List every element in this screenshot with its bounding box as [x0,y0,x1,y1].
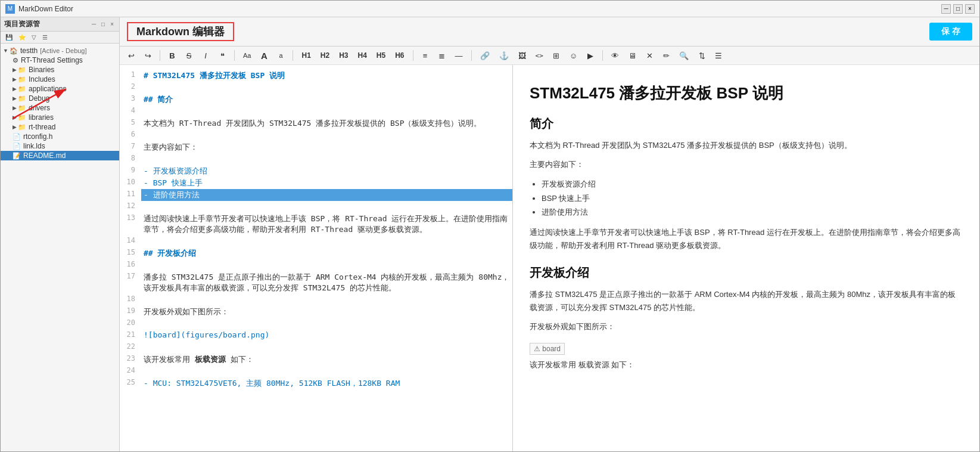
toolbar-pen-btn[interactable]: ✏ [659,49,673,62]
line-content-3: ## 简介 [141,94,512,106]
editor-line-17: 17 潘多拉 STM32L475 是正点原子推出的一款基于 ARM Cortex… [120,271,512,294]
editor-title-box: Markdown 编辑器 [127,22,234,41]
toolbar-h2-btn[interactable]: H2 [318,49,332,62]
preview-li-1: 开发板资源介绍 [542,177,963,191]
toolbar-quote-btn[interactable]: ❝ [216,49,229,62]
toolbar-strikethrough-btn[interactable]: S [182,49,195,62]
line-number-17: 17 [120,271,141,280]
window-title: MarkDown Editor [18,5,73,13]
line-content-13: 通过阅读快速上手章节开发者可以快速地上手该 BSP，将 RT-Thread 运行… [141,213,512,236]
sidebar-label-includes: Includes [29,75,55,83]
toolbar-redo-btn[interactable]: ↪ [141,49,154,62]
rt-thread-folder-icon: 📁 [18,123,26,131]
sidebar-item-rt-thread-settings[interactable]: ⚙ RT-Thread Settings [1,55,119,65]
sidebar-item-debug[interactable]: ▶ 📁 Debug [1,94,119,103]
sidebar-label-rtconfig: rtconfig.h [23,132,52,141]
toolbar-search-btn[interactable]: 🔍 [676,49,692,62]
editor-pane[interactable]: 1 # STM32L475 潘多拉开发板 BSP 说明 2 3 ## 简介 [120,65,513,451]
sidebar-close-btn[interactable]: × [108,20,116,28]
toolbar-font-size-btn[interactable]: Aa [240,49,254,62]
toolbar-table-btn[interactable]: ⊞ [550,49,563,62]
toolbar-ol-btn[interactable]: ≣ [435,49,449,62]
sidebar-toolbar-btn-3[interactable]: ▽ [29,33,39,42]
maximize-button[interactable]: □ [953,4,963,14]
sidebar-item-link-lds[interactable]: 📄 link.lds [1,141,119,151]
preview-board-image: ⚠ board [530,343,565,355]
toolbar-h1-btn[interactable]: H1 [298,49,313,62]
save-button[interactable]: 保 存 [929,23,972,41]
close-button[interactable]: × [965,4,975,14]
line-content-21: ![board](figures/board.png) [141,330,512,340]
toolbar-close-pane-btn[interactable]: ✕ [643,49,656,62]
toolbar-emoji-btn[interactable]: ☺ [567,49,580,62]
sidebar-header: 项目资源管 ─ □ × [1,17,119,32]
sidebar-toolbar-btn-4[interactable]: ☰ [40,33,50,42]
toolbar-h4-btn[interactable]: H4 [355,49,370,62]
toolbar-bold-btn[interactable]: B [166,49,179,62]
sidebar-item-rt-thread[interactable]: ▶ 📁 rt-thread [1,122,119,132]
binaries-folder-icon: 📁 [18,66,26,74]
titlebar-controls: ─ □ × [941,4,975,14]
toolbar-preview-btn[interactable]: 👁 [608,49,622,62]
line-number-21: 21 [120,330,141,339]
line-number-23: 23 [120,354,141,363]
toolbar-diff-btn[interactable]: ⇅ [695,49,708,62]
sidebar-item-rtconfig[interactable]: 📄 rtconfig.h [1,132,119,141]
toolbar-ul-btn[interactable]: ≡ [419,49,432,62]
toolbar-image-btn[interactable]: 🖼 [515,49,529,62]
sidebar-item-includes[interactable]: ▶ 📁 Includes [1,75,119,84]
line-content-19: 开发板外观如下图所示： [141,306,512,318]
minimize-button[interactable]: ─ [941,4,951,14]
line-number-7: 7 [120,141,141,150]
toolbar-font-large-btn[interactable]: A [257,49,270,62]
toolbar-settings-btn[interactable]: ☰ [712,49,725,62]
editor-line-19: 19 开发板外观如下图所示： [120,306,512,318]
main-window: M MarkDown Editor ─ □ × 项目资源管 ─ □ × 💾 ⭐ [0,0,980,452]
sidebar-tree: ▼ 🏠 testth [Active - Debug] ⚙ RT-Thread … [1,44,119,451]
toolbar-font-small-btn[interactable]: a [274,49,287,62]
line-content-11: - 进阶使用方法 [141,189,512,201]
toolbar-h6-btn[interactable]: H6 [392,49,407,62]
sidebar-item-libraries[interactable]: ▶ 📁 libraries [1,113,119,122]
line-content-16 [141,259,512,261]
line-number-8: 8 [120,153,141,162]
sidebar-minimize-btn[interactable]: ─ [90,20,98,28]
editor-line-18: 18 [120,294,512,306]
line-number-16: 16 [120,259,141,268]
sidebar-item-applications[interactable]: ▶ 📁 applications [1,84,119,94]
toolbar-link-btn[interactable]: 🔗 [477,49,493,62]
toolbar-anchor-btn[interactable]: ⚓ [496,49,512,62]
sidebar-toolbar-btn-1[interactable]: 💾 [3,33,15,42]
preview-p-intro: 本文档为 RT-Thread 开发团队为 STM32L475 潘多拉开发板提供的… [530,139,963,152]
sidebar-item-binaries[interactable]: ▶ 📁 Binaries [1,65,119,75]
line-content-24 [141,366,512,367]
toolbar-sep-3 [293,50,293,61]
toolbar-italic-btn[interactable]: I [199,49,212,62]
toolbar-undo-btn[interactable]: ↩ [125,49,138,62]
toolbar-h3-btn[interactable]: H3 [336,49,351,62]
line-number-6: 6 [120,129,141,138]
editor-line-15: 15 ## 开发板介绍 [120,247,512,259]
preview-p-board-intro: 潘多拉 STM32L475 是正点原子推出的一款基于 ARM Cortex-M4… [530,288,963,314]
sidebar-item-readme-md[interactable]: 📝 README.md [1,151,119,160]
line-number-24: 24 [120,366,141,374]
toolbar-hr-btn[interactable]: — [452,49,466,62]
sidebar-item-project[interactable]: ▼ 🏠 testth [Active - Debug] [1,46,119,55]
toolbar-video-btn[interactable]: ▶ [584,49,597,62]
editor-line-3: 3 ## 简介 [120,94,512,106]
tree-arrow-applications: ▶ [13,86,17,92]
toolbar-monitor-btn[interactable]: 🖥 [626,49,639,62]
toolbar-h5-btn[interactable]: H5 [374,49,388,62]
editor-content[interactable]: 1 # STM32L475 潘多拉开发板 BSP 说明 2 3 ## 简介 [120,65,512,451]
editor-line-8: 8 [120,153,512,165]
sidebar-expand-btn[interactable]: □ [99,20,107,28]
toolbar-code-btn[interactable]: <> [533,49,546,62]
sidebar-item-drivers[interactable]: ▶ 📁 drivers [1,103,119,113]
editor-title: Markdown 编辑器 [136,26,225,38]
toolbar-sep-1 [160,50,160,61]
sidebar-toolbar-btn-2[interactable]: ⭐ [16,33,28,42]
line-number-11: 11 [120,189,141,198]
line-number-25: 25 [120,377,141,386]
rtconfig-file-icon: 📄 [13,133,21,141]
editor-line-25: 25 - MCU: STM32L475VET6, 主频 80MHz, 512KB… [120,377,512,389]
